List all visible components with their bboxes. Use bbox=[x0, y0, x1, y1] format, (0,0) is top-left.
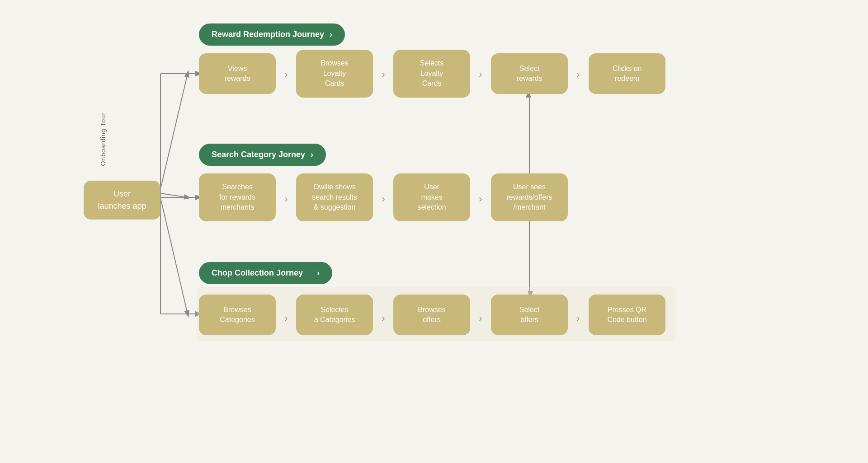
browses-categories-label: BrowsesCategories bbox=[220, 305, 255, 325]
svg-line-2 bbox=[160, 198, 188, 314]
presses-qr-label: Presses QRCode button bbox=[607, 305, 646, 325]
connector-2b: › bbox=[377, 192, 390, 206]
connector-1d: › bbox=[571, 68, 585, 81]
reward-redemption-header[interactable]: Reward Redemption Journey › bbox=[199, 23, 345, 46]
views-rewards-label: Viewsrewards bbox=[225, 64, 250, 84]
clicks-redeem-node: Clicks onredeem bbox=[589, 53, 665, 94]
select-rewards-label: Selectrewards bbox=[517, 64, 542, 84]
user-launches-label: User launches app bbox=[98, 188, 146, 212]
chop-collection-title: Chop Collection Jorney bbox=[212, 268, 303, 278]
presses-qr-node: Presses QRCode button bbox=[589, 295, 665, 335]
selects-loyalty-label: SelectsLoyaltyCards bbox=[420, 58, 443, 89]
reward-redemption-title: Reward Redemption Journey bbox=[212, 30, 324, 39]
svg-line-0 bbox=[160, 74, 188, 189]
search-category-header[interactable]: Search Category Jorney › bbox=[199, 144, 326, 166]
connector-1c: › bbox=[474, 68, 487, 81]
browses-loyalty-label: BrowsesLoyaltyCards bbox=[321, 58, 348, 89]
browses-categories-node: BrowsesCategories bbox=[199, 295, 276, 335]
views-rewards-node: Viewsrewards bbox=[199, 53, 276, 94]
search-category-chevron: › bbox=[311, 150, 313, 159]
user-launches-node: User launches app bbox=[84, 181, 160, 220]
connector-1b: › bbox=[377, 68, 390, 81]
user-makes-selection-label: Usermakesselection bbox=[417, 182, 446, 212]
connector-2a: › bbox=[279, 192, 293, 206]
owilie-shows-label: Owilie showssearch results& suggestion bbox=[312, 182, 357, 212]
connector-3b: › bbox=[377, 312, 390, 325]
connector-2c: › bbox=[474, 192, 487, 206]
clicks-redeem-label: Clicks onredeem bbox=[613, 64, 642, 84]
searches-rewards-node: Searchesfor rewardsmerchants bbox=[199, 173, 276, 221]
canvas: Onboarding Tour User bbox=[0, 0, 868, 463]
connector-1a: › bbox=[279, 68, 293, 81]
searches-rewards-label: Searchesfor rewardsmerchants bbox=[219, 182, 255, 212]
search-category-title: Search Category Jorney bbox=[212, 150, 305, 159]
owilie-shows-node: Owilie showssearch results& suggestion bbox=[296, 173, 373, 221]
selects-loyalty-node: SelectsLoyaltyCards bbox=[393, 50, 470, 98]
select-rewards-node: Selectrewards bbox=[491, 53, 568, 94]
user-makes-selection-node: Usermakesselection bbox=[393, 173, 470, 221]
user-sees-rewards-label: User seesrewards/offers/merchant bbox=[506, 182, 552, 212]
reward-redemption-chevron: › bbox=[330, 30, 332, 39]
selectes-categories-label: Selectesa Categories bbox=[314, 305, 355, 325]
select-offers-label: Selectoffers bbox=[519, 305, 539, 325]
browses-offers-node: Browsesoffers bbox=[393, 295, 470, 335]
connector-3d: › bbox=[571, 312, 585, 325]
user-sees-rewards-node: User seesrewards/offers/merchant bbox=[491, 173, 568, 221]
chop-collection-header[interactable]: Chop Collection Jorney › bbox=[199, 262, 332, 284]
browses-offers-label: Browsesoffers bbox=[418, 305, 445, 325]
connector-3a: › bbox=[279, 312, 293, 325]
selectes-categories-node: Selectesa Categories bbox=[296, 295, 373, 335]
connector-3c: › bbox=[474, 312, 487, 325]
browses-loyalty-node: BrowsesLoyaltyCards bbox=[296, 50, 373, 98]
select-offers-node: Selectoffers bbox=[491, 295, 568, 335]
onboarding-tour-label: Onboarding Tour bbox=[99, 112, 107, 166]
chop-collection-chevron: › bbox=[317, 268, 320, 278]
svg-line-1 bbox=[160, 193, 188, 197]
